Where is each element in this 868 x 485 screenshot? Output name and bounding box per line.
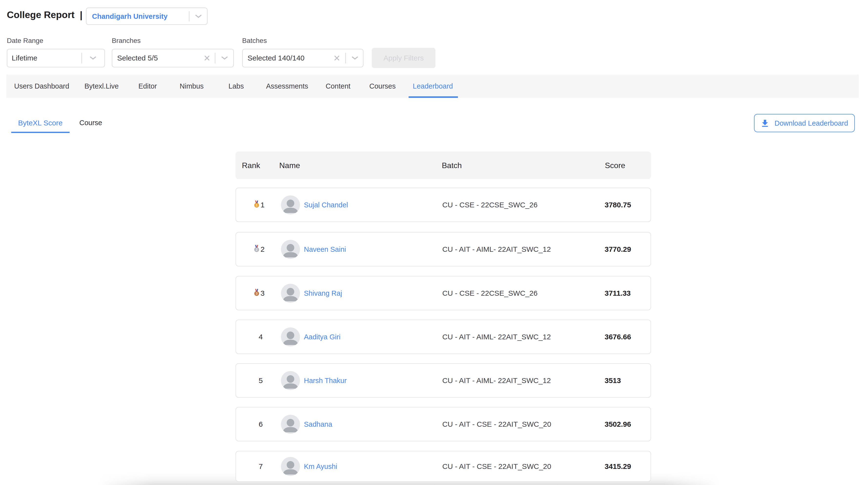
svg-text:1: 1	[256, 203, 258, 207]
svg-text:3: 3	[256, 292, 258, 295]
svg-text:2: 2	[256, 248, 258, 252]
